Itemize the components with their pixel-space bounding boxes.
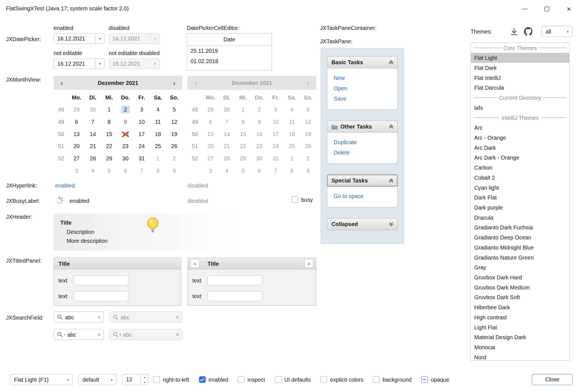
taskpane-header-other-tasks[interactable]: Other Tasks	[327, 120, 398, 133]
theme-item-gradianto-nature-green[interactable]: Gradianto Nature Green	[471, 252, 569, 262]
datepicker-enabled[interactable]: 16.12.2021 ▾	[54, 33, 105, 44]
theme-item-gradianto-midnight-blue[interactable]: Gradianto Midnight Blue	[471, 243, 569, 253]
theme-item-gruvbox-dark-medium[interactable]: Gruvbox Dark Medium	[471, 282, 569, 293]
day-cell[interactable]: 15	[101, 128, 117, 140]
taskpane-action-open[interactable]: Open	[334, 83, 397, 94]
day-cell[interactable]: 4	[85, 165, 101, 177]
day-cell[interactable]: 6	[117, 165, 133, 177]
theme-item-material-design-dark[interactable]: Material Design Dark	[471, 332, 569, 342]
day-cell[interactable]: 3	[69, 165, 85, 177]
theme-item-dracula[interactable]: Dracula	[471, 213, 569, 223]
hyperlink-enabled[interactable]: enabled	[55, 182, 75, 188]
datepicker-value[interactable]: 16.12.2021	[54, 34, 95, 44]
theme-item-high-contrast[interactable]: High contrast	[471, 312, 569, 322]
theme-item-arc-orange[interactable]: Arc - Orange	[471, 133, 569, 143]
taskpane-action-new[interactable]: New	[334, 73, 397, 83]
checkbox-inspect[interactable]: inspect	[238, 376, 265, 383]
expand-chevron-icon[interactable]	[389, 222, 393, 227]
spinner-down-icon[interactable]: ▾	[141, 379, 148, 385]
clear-icon[interactable]: ×	[97, 314, 101, 320]
day-cell[interactable]: 22	[101, 140, 117, 152]
next-month-icon[interactable]: ›	[166, 79, 182, 87]
minimize-button[interactable]	[513, 0, 536, 18]
taskpane-header-basic-tasks[interactable]: Basic Tasks	[327, 56, 398, 68]
search-icon[interactable]	[57, 331, 63, 338]
day-cell[interactable]: 3	[133, 103, 150, 116]
search-icon[interactable]	[57, 314, 63, 320]
day-cell[interactable]: 1	[101, 103, 117, 116]
checkbox-opaque[interactable]: opaque	[421, 376, 449, 383]
checkbox-box[interactable]	[238, 376, 245, 383]
day-cell[interactable]: 11	[150, 116, 166, 128]
checkbox-box[interactable]	[199, 376, 206, 383]
font-size-spinner[interactable]: 12 ▴ ▾	[122, 374, 148, 385]
theme-item-gradianto-dark-fuchsia[interactable]: Gradianto Dark Fuchsia	[471, 222, 569, 232]
day-cell[interactable]: 29	[69, 103, 85, 116]
chevron-down-icon[interactable]: ▾	[64, 333, 65, 336]
day-cell[interactable]: 7	[85, 116, 101, 128]
checkbox-box[interactable]	[153, 376, 160, 383]
close-window-button[interactable]: ×	[558, 0, 580, 18]
text-input[interactable]	[208, 275, 262, 285]
checkbox-explicit-colors[interactable]: explicit colors	[320, 376, 363, 383]
theme-item-gray[interactable]: Gray	[471, 262, 569, 272]
day-cell[interactable]: 29	[101, 152, 117, 165]
day-cell[interactable]: 26	[166, 140, 182, 152]
laf-combo[interactable]: Flat Light (F1) ▾	[10, 374, 73, 385]
theme-item-hiberbee-dark[interactable]: Hiberbee Dark	[471, 302, 569, 312]
theme-item-cyan-light[interactable]: Cyan light	[471, 182, 569, 193]
day-cell[interactable]: 30	[117, 152, 133, 165]
search-input[interactable]: abc	[67, 331, 96, 338]
theme-item-gruvbox-dark-hard[interactable]: Gruvbox Dark Hard	[471, 272, 569, 282]
day-cell[interactable]: 7	[133, 165, 150, 177]
day-cell[interactable]: 13	[69, 128, 85, 140]
checkbox-ui-defaults[interactable]: UI defaults	[275, 376, 311, 383]
theme-item-light-flat[interactable]: Light Flat	[471, 322, 569, 332]
day-cell[interactable]: 2	[166, 152, 182, 165]
checkbox-background[interactable]: background	[373, 376, 412, 383]
theme-item-nord[interactable]: Nord	[471, 352, 569, 361]
theme-item-dark-purple[interactable]: Dark purple	[471, 203, 569, 213]
theme-item-arc-dark-orange[interactable]: Arc Dark - Orange	[471, 153, 569, 163]
day-cell[interactable]: 24	[133, 140, 150, 152]
day-cell[interactable]: 1	[150, 152, 166, 165]
datepicker-not-editable[interactable]: 16.12.2021 ▾	[54, 58, 105, 69]
theme-item-arc[interactable]: Arc	[471, 123, 569, 133]
day-cell-today[interactable]: 9	[117, 116, 133, 128]
prev-month-icon[interactable]: ‹	[54, 79, 70, 87]
checkbox-right-to-left[interactable]: right-to-left	[153, 376, 189, 383]
prev-button[interactable]: <	[190, 259, 199, 268]
checkbox-box[interactable]	[275, 376, 281, 383]
taskpane-header-collapsed[interactable]: Collapsed	[327, 218, 398, 230]
theme-item-flat-darcula[interactable]: Flat Darcula	[471, 83, 569, 93]
taskpane-action-delete[interactable]: Delete	[334, 148, 397, 158]
day-cell[interactable]: 14	[85, 128, 101, 140]
search-input[interactable]: abc	[65, 314, 96, 320]
collapse-chevron-icon[interactable]	[389, 60, 393, 65]
theme-item-dark-flat[interactable]: Dark Flat	[471, 193, 569, 203]
day-cell[interactable]: 8	[150, 165, 166, 177]
date-table-row[interactable]: 25.11.2019	[187, 46, 272, 56]
day-cell-selected[interactable]: 2	[117, 103, 133, 116]
theme-item-gruvbox-dark-soft[interactable]: Gruvbox Dark Soft	[471, 292, 569, 302]
day-cell[interactable]: 25	[150, 140, 166, 152]
day-cell[interactable]: 5	[101, 165, 117, 177]
theme-item-gradianto-deep-ocean[interactable]: Gradianto Deep Ocean	[471, 232, 569, 243]
day-cell[interactable]: 4	[150, 103, 166, 116]
text-input[interactable]	[74, 275, 128, 285]
day-cell[interactable]: 9	[166, 165, 182, 177]
spinner-value[interactable]: 12	[122, 374, 141, 385]
text-input[interactable]	[208, 291, 262, 301]
collapse-chevron-icon[interactable]	[389, 178, 393, 183]
day-cell[interactable]: 28	[85, 152, 101, 165]
checkbox-box[interactable]	[373, 376, 380, 383]
maximize-button[interactable]	[536, 0, 558, 18]
searchfield-dropdown-enabled[interactable]: ▾ abc ×	[54, 329, 104, 340]
font-combo[interactable]: default ▾	[78, 374, 116, 385]
day-cell[interactable]: 19	[166, 128, 182, 140]
checkbox-box[interactable]	[421, 376, 428, 383]
theme-item-arc-dark[interactable]: Arc Dark	[471, 143, 569, 153]
day-cell[interactable]: 23	[117, 140, 133, 152]
taskpane-action-duplicate[interactable]: Duplicate	[334, 137, 397, 148]
checkbox-box[interactable]	[291, 196, 298, 203]
